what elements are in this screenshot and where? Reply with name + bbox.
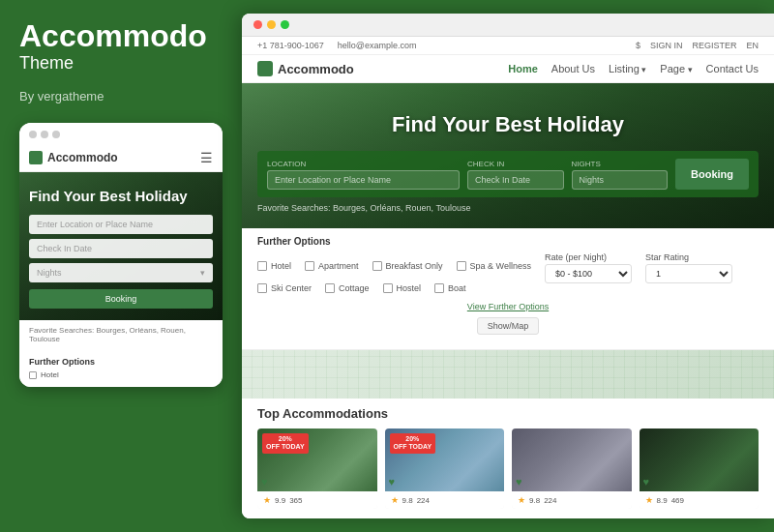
acc-card-info-4: ★ 8.9 469 [640, 491, 759, 509]
heart-icon-4[interactable]: ♥ [643, 476, 650, 488]
review-count-4: 469 [671, 496, 684, 505]
brand-by: By vergatheme [19, 89, 223, 103]
option-hostel: Hostel [383, 283, 422, 293]
checkin-field: CHECK IN Check In Date [467, 160, 564, 190]
mobile-further-title: Further Options [29, 357, 213, 367]
brand-title: Accommodo [19, 19, 223, 53]
star-select[interactable]: 1 [645, 264, 732, 283]
mobile-nav: Accommodo ☰ [19, 144, 223, 172]
browser-dot-green [281, 20, 289, 29]
nav-contact[interactable]: Contact Us [706, 63, 759, 74]
hamburger-icon[interactable]: ☰ [200, 150, 213, 165]
further-options: Further Options Hotel Apartment Breakfas… [242, 228, 774, 350]
options-row: Hotel Apartment Breakfast Only Spa & Wel… [257, 252, 759, 283]
search-bar: LOCATION Enter Location or Place Name CH… [257, 151, 759, 197]
apartment-checkbox[interactable] [305, 261, 314, 271]
nights-input[interactable]: Nights [572, 170, 669, 190]
logo-icon [257, 61, 273, 76]
heart-icon-3[interactable]: ♥ [516, 476, 522, 488]
acc-card-4: ♥ ★ 8.9 469 [640, 429, 759, 509]
review-count-3: 224 [544, 496, 556, 505]
show-map-button[interactable]: Show/Map [477, 317, 540, 335]
boat-checkbox[interactable] [434, 283, 444, 293]
mobile-location-input[interactable]: Enter Location or Place Name [29, 215, 213, 234]
rate-filter: Rate (per Night) $0 - $100 [545, 252, 632, 283]
mobile-browser-bar [19, 123, 223, 144]
acc-card-rating-1: ★ 9.9 365 [263, 495, 372, 505]
site-navbar: Accommodo Home About Us Listing Page Con… [242, 55, 774, 83]
site-topbar: +1 781-900-1067 hello@example.com $ SIGN… [242, 37, 774, 55]
rate-label: Rate (per Night) [545, 252, 632, 262]
view-further-button[interactable]: View Further Options [467, 302, 549, 311]
map-placeholder [242, 350, 774, 399]
dot-green [52, 131, 60, 138]
site-logo: Accommodo [257, 61, 354, 76]
sign-in-link[interactable]: SIGN IN [650, 41, 683, 50]
location-field: LOCATION Enter Location or Place Name [267, 160, 460, 190]
rating-value-2: 9.8 [402, 496, 413, 505]
booking-button[interactable]: Booking [675, 159, 749, 190]
hostel-checkbox[interactable] [383, 283, 393, 293]
currency-selector[interactable]: $ [636, 41, 640, 50]
rating-value-1: 9.9 [275, 496, 285, 505]
acc-card-rating-3: ★ 9.8 224 [518, 495, 626, 505]
mobile-nights-select[interactable]: Nights ▾ [29, 263, 213, 282]
mobile-booking-button[interactable]: Booking [29, 289, 213, 309]
spa-checkbox[interactable] [457, 261, 466, 271]
heart-icon-2[interactable]: ♥ [389, 476, 396, 488]
lang-selector[interactable]: EN [746, 41, 759, 50]
hero-title: Find Your Best Holiday [257, 112, 759, 137]
rating-value-4: 8.9 [657, 496, 668, 505]
nights-label: NIGHTS [572, 160, 669, 168]
topbar-email: hello@example.com [338, 41, 417, 50]
hotel-checkbox[interactable] [29, 371, 37, 379]
option-apartment: Apartment [305, 261, 359, 271]
checkin-input[interactable]: Check In Date [467, 170, 564, 190]
acc-card-1: 20%OFF TODAY ♥ ★ 9.9 365 [257, 429, 377, 509]
nav-about[interactable]: About Us [551, 63, 595, 74]
breakfast-checkbox[interactable] [372, 261, 382, 271]
dot-yellow [41, 131, 48, 138]
rate-select[interactable]: $0 - $100 [545, 264, 632, 283]
option-cottage: Cottage [325, 283, 370, 293]
mobile-checkin-input[interactable]: Check In Date [29, 239, 213, 258]
discount-badge-2: 20%OFF TODAY [390, 433, 436, 454]
star-icon-3: ★ [518, 495, 525, 505]
nav-listing[interactable]: Listing [609, 63, 646, 74]
left-panel: Accommodo Theme By vergatheme Accommodo … [0, 0, 242, 532]
heart-icon-1[interactable]: ♥ [261, 476, 268, 488]
ski-checkbox[interactable] [257, 283, 267, 293]
mobile-logo: Accommodo [29, 151, 118, 164]
mobile-form: Enter Location or Place Name Check In Da… [29, 215, 213, 309]
mobile-preview: Accommodo ☰ Find Your Best Holiday Enter… [19, 123, 223, 387]
hotel-checkbox[interactable] [257, 261, 267, 271]
star-icon-4: ★ [645, 495, 653, 505]
acc-card-info-1: ★ 9.9 365 [257, 491, 377, 509]
nights-field: NIGHTS Nights [572, 160, 669, 190]
acc-card-2: 20%OFF TODAY ♥ ★ 9.8 224 [385, 429, 505, 509]
acc-card-img-3: ♥ [512, 429, 632, 491]
nav-home[interactable]: Home [508, 63, 538, 74]
map-area [242, 350, 774, 399]
option-breakfast: Breakfast Only [372, 261, 443, 271]
location-label: LOCATION [267, 160, 460, 168]
acc-card-img-4: ♥ [640, 429, 759, 491]
browser-dot-red [253, 20, 262, 29]
acc-card-img-1: 20%OFF TODAY ♥ [257, 429, 377, 491]
brand-subtitle: Theme [19, 53, 223, 74]
mobile-favorite-searches: Favorite Searches: Bourges, Orléans, Rou… [19, 320, 223, 349]
review-count-2: 224 [417, 496, 430, 505]
cottage-checkbox[interactable] [325, 283, 335, 293]
location-input[interactable]: Enter Location or Place Name [267, 170, 460, 190]
nav-page[interactable]: Page [660, 63, 692, 74]
review-count-1: 365 [289, 496, 302, 505]
acc-card-rating-4: ★ 8.9 469 [645, 495, 754, 505]
discount-badge-1: 20%OFF TODAY [262, 433, 309, 454]
register-link[interactable]: REGISTER [692, 41, 736, 50]
topbar-phone: +1 781-900-1067 [257, 41, 324, 50]
browser-bar [242, 14, 774, 37]
checkin-label: CHECK IN [467, 160, 564, 168]
acc-cards: 20%OFF TODAY ♥ ★ 9.9 365 20%OFF TODAY ♥ [257, 429, 759, 509]
option-hotel: Hotel [257, 261, 291, 271]
home-icon [29, 151, 43, 164]
